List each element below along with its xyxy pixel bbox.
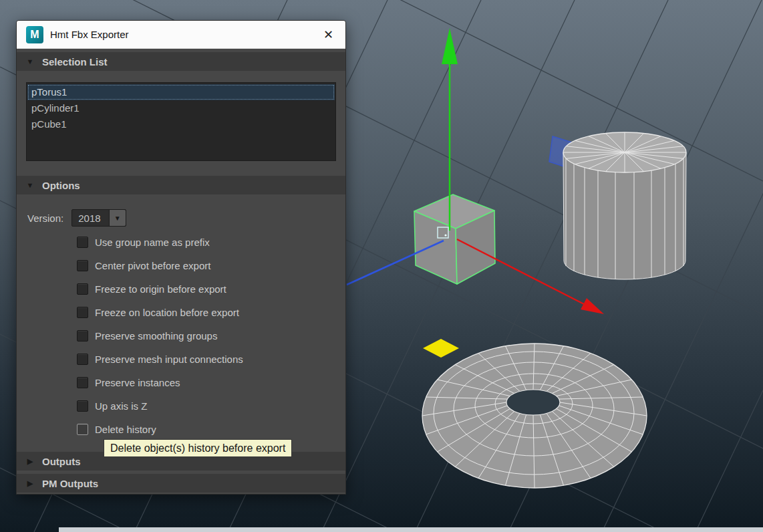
section-options[interactable]: ▼ Options bbox=[17, 176, 345, 194]
window-title: Hmt Fbx Exporter bbox=[50, 29, 314, 40]
chevron-down-icon: ▼ bbox=[26, 57, 34, 65]
checkbox-label: Preserve instances bbox=[95, 377, 180, 388]
maya-logo-letter: M bbox=[30, 29, 39, 41]
checkbox[interactable] bbox=[77, 237, 88, 248]
maya-logo-icon: M bbox=[26, 26, 43, 43]
checkbox-label: Freeze to origin before export bbox=[95, 283, 226, 295]
version-value: 2018 bbox=[72, 210, 108, 226]
checkbox[interactable] bbox=[77, 400, 88, 412]
version-label: Version: bbox=[27, 213, 63, 224]
tooltip: Delete object(s) history before export bbox=[104, 439, 292, 457]
checkbox[interactable] bbox=[77, 354, 88, 365]
checkbox-label: Delete history bbox=[95, 424, 156, 435]
checkbox-row-mesh-input-connections[interactable]: Preserve mesh input connections bbox=[77, 351, 243, 367]
chevron-right-icon: ▶ bbox=[26, 479, 34, 488]
close-button[interactable]: ✕ bbox=[321, 27, 336, 42]
section-label: Options bbox=[42, 180, 80, 191]
section-label: Selection List bbox=[42, 56, 108, 68]
checkbox-label: Center pivot before export bbox=[95, 260, 210, 271]
manipulator-x-arrowhead[interactable] bbox=[581, 298, 604, 314]
checkbox[interactable] bbox=[77, 260, 88, 271]
checkbox[interactable] bbox=[77, 307, 88, 318]
version-row: Version: 2018 ▼ bbox=[27, 209, 126, 227]
list-item-pcube1[interactable]: pCube1 bbox=[27, 116, 335, 132]
checkbox-row-freeze-location[interactable]: Freeze on location before export bbox=[77, 304, 243, 320]
checkbox-label: Preserve mesh input connections bbox=[95, 354, 243, 365]
checkbox[interactable] bbox=[77, 283, 88, 295]
fbx-exporter-window: M Hmt Fbx Exporter ✕ ▼ Selection List pT… bbox=[16, 20, 346, 495]
chevron-down-icon: ▼ bbox=[26, 181, 34, 189]
checkbox[interactable] bbox=[77, 330, 88, 342]
cylinder-object[interactable] bbox=[563, 132, 686, 279]
checkbox-label: Up axis is Z bbox=[95, 400, 147, 412]
dropdown-arrow-button[interactable]: ▼ bbox=[109, 210, 126, 226]
timeline-edge-bar bbox=[59, 527, 763, 532]
checkbox-row-center-pivot[interactable]: Center pivot before export bbox=[77, 257, 243, 273]
selection-listbox[interactable]: pTorus1 pCylinder1 pCube1 bbox=[26, 82, 336, 161]
manipulator-y-arrowhead[interactable] bbox=[442, 28, 458, 64]
checkbox[interactable] bbox=[77, 377, 88, 388]
checkbox-label: Use group name as prefix bbox=[95, 237, 210, 248]
version-dropdown[interactable]: 2018 ▼ bbox=[71, 209, 126, 227]
checkbox-row-up-axis-z[interactable]: Up axis is Z bbox=[77, 398, 243, 414]
section-pm-outputs[interactable]: ▶ PM Outputs bbox=[17, 474, 345, 493]
list-item-ptorus1[interactable]: pTorus1 bbox=[27, 84, 335, 100]
chevron-right-icon: ▶ bbox=[26, 457, 34, 466]
list-item-pcylinder1[interactable]: pCylinder1 bbox=[27, 100, 335, 116]
checkbox-label: Preserve smoothing groups bbox=[95, 330, 217, 342]
checkbox-row-preserve-instances[interactable]: Preserve instances bbox=[77, 374, 243, 390]
cube-object-selected[interactable] bbox=[414, 194, 495, 284]
window-titlebar[interactable]: M Hmt Fbx Exporter ✕ bbox=[17, 21, 345, 49]
checkbox-row-use-group-name[interactable]: Use group name as prefix bbox=[77, 234, 243, 250]
checkbox-row-smoothing-groups[interactable]: Preserve smoothing groups bbox=[77, 327, 243, 344]
torus-object[interactable] bbox=[422, 344, 647, 488]
section-label: PM Outputs bbox=[42, 478, 98, 489]
section-label: Outputs bbox=[42, 456, 81, 467]
checkbox-label: Freeze on location before export bbox=[95, 307, 239, 318]
checkbox[interactable] bbox=[77, 424, 88, 435]
checkbox-row-freeze-origin[interactable]: Freeze to origin before export bbox=[77, 281, 243, 297]
yellow-locator[interactable] bbox=[423, 339, 459, 358]
checkbox-row-delete-history[interactable]: Delete history bbox=[77, 421, 243, 437]
options-checkbox-list: Use group name as prefix Center pivot be… bbox=[77, 234, 243, 437]
section-selection-list[interactable]: ▼ Selection List bbox=[17, 52, 345, 71]
pivot-dot bbox=[444, 234, 446, 236]
chevron-down-icon: ▼ bbox=[114, 215, 121, 222]
